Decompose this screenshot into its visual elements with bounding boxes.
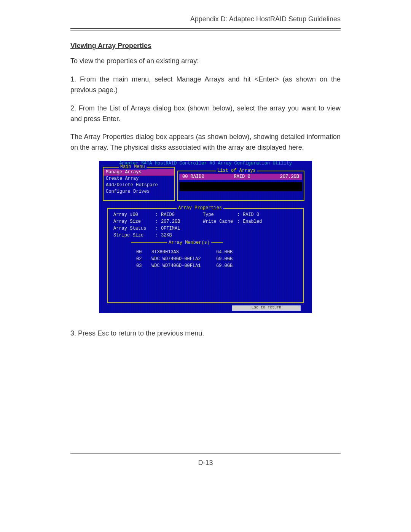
intro-paragraph: To view the properties of an existing ar… [70,56,341,67]
step-2: 2. From the List of Arrays dialog box (s… [70,103,341,125]
page-header: Appendix D: Adaptec HostRAID Setup Guide… [70,15,341,28]
list-of-arrays-legend: List of Arrays [216,168,257,173]
menu-item-hotspare[interactable]: Add/Delete Hotspare [106,182,172,189]
paragraph-properties: The Array Properties dialog box appears … [70,132,341,153]
page-number: D-13 [70,453,341,467]
prop-label: Stripe Size [113,232,155,238]
member-slot: 03 [136,263,151,269]
member-slot: 00 [136,249,151,255]
prop-value: Enabled [243,219,273,225]
array-row[interactable]: 00 RAID0 RAID 0 207.2GB [179,174,302,180]
array-id: 00 RAID0 [182,174,204,179]
menu-item-manage-arrays[interactable]: Manage Arrays [104,169,174,176]
header-rule [70,28,341,30]
prop-value: 32KB [161,232,203,238]
member-model: ST380013AS [151,249,216,255]
prop-value: RAID 0 [243,212,273,218]
member-size: 69.0GB [216,256,247,262]
array-members-legend: Array Member(s) [167,240,211,245]
member-model: WDC WD740GD-00FLA2 [151,256,216,262]
menu-item-create-array[interactable]: Create Array [106,176,172,182]
step-3: 3. Press Esc to return to the previous m… [70,328,341,339]
array-properties-box: Array Properties Array #00 : RAID0 Type … [107,208,304,303]
prop-value: RAID0 [161,212,203,218]
prop-label: Array Size [113,219,155,225]
empty-row [179,182,302,191]
menu-item-configure-drives[interactable]: Configure Drives [106,189,172,195]
array-size: 207.2GB [280,174,299,179]
prop-value: 207.2GB [161,219,203,225]
list-of-arrays-box: List of Arrays 00 RAID0 RAID 0 207.2GB [177,171,304,201]
prop-value: OPTIMAL [161,225,203,232]
prop-label: Array Status [113,225,155,232]
main-menu-legend: Main Menu [119,164,147,169]
array-properties-legend: Array Properties [177,205,223,211]
member-slot: 02 [136,256,151,262]
prop-label: Type [203,212,237,218]
array-type: RAID 0 [234,174,250,179]
bios-screenshot: Adaptec SATA HostRAID Controller #0 Arra… [99,161,312,313]
step-1: 1. From the main menu, select Manage Arr… [70,74,341,96]
prop-label: Write Cache [203,219,237,225]
section-title: Viewing Array Properties [70,42,341,50]
status-bar: Esc to return [232,305,301,311]
main-menu-box: Main Menu Manage Arrays Create Array Add… [103,167,175,201]
member-model: WDC WD740GD-00FLA1 [151,263,216,269]
member-size: 69.0GB [216,263,247,269]
prop-label: Array #00 [113,212,155,218]
member-size: 64.0GB [216,249,247,255]
